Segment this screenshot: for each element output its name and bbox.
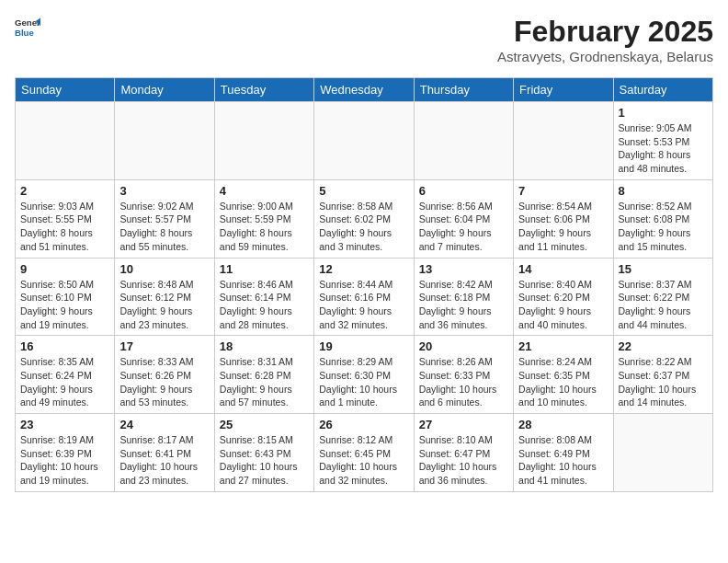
day-cell: 22Sunrise: 8:22 AM Sunset: 6:37 PM Dayli…	[613, 336, 712, 414]
day-cell: 9Sunrise: 8:50 AM Sunset: 6:10 PM Daylig…	[16, 258, 115, 336]
day-cell: 2Sunrise: 9:03 AM Sunset: 5:55 PM Daylig…	[16, 179, 115, 258]
day-info: Sunrise: 9:00 AM Sunset: 5:59 PM Dayligh…	[220, 200, 309, 254]
day-info: Sunrise: 8:48 AM Sunset: 6:12 PM Dayligh…	[119, 278, 209, 332]
day-info: Sunrise: 8:08 AM Sunset: 6:49 PM Dayligh…	[518, 433, 608, 488]
day-info: Sunrise: 8:46 AM Sunset: 6:14 PM Dayligh…	[220, 278, 309, 332]
week-row-5: 23Sunrise: 8:19 AM Sunset: 6:39 PM Dayli…	[16, 414, 713, 492]
day-number: 2	[20, 184, 109, 198]
day-cell: 16Sunrise: 8:35 AM Sunset: 6:24 PM Dayli…	[16, 336, 115, 414]
day-number: 16	[20, 339, 109, 353]
day-number: 8	[619, 184, 708, 198]
day-cell: 6Sunrise: 8:56 AM Sunset: 6:04 PM Daylig…	[414, 179, 513, 258]
day-number: 15	[619, 262, 708, 276]
header-wednesday: Wednesday	[314, 78, 414, 102]
day-number: 14	[518, 262, 608, 276]
day-number: 6	[419, 184, 508, 198]
day-cell: 17Sunrise: 8:33 AM Sunset: 6:26 PM Dayli…	[115, 336, 214, 414]
day-info: Sunrise: 8:26 AM Sunset: 6:33 PM Dayligh…	[419, 355, 508, 409]
logo: General Blue	[15, 15, 44, 40]
day-number: 26	[319, 418, 408, 431]
day-info: Sunrise: 8:24 AM Sunset: 6:35 PM Dayligh…	[518, 355, 608, 409]
day-cell: 13Sunrise: 8:42 AM Sunset: 6:18 PM Dayli…	[414, 258, 513, 336]
day-cell	[16, 102, 115, 180]
svg-text:General: General	[15, 17, 40, 28]
day-number: 9	[20, 262, 109, 276]
day-info: Sunrise: 8:37 AM Sunset: 6:22 PM Dayligh…	[619, 278, 708, 332]
day-number: 22	[619, 339, 708, 353]
day-info: Sunrise: 8:22 AM Sunset: 6:37 PM Dayligh…	[619, 355, 708, 409]
day-cell: 5Sunrise: 8:58 AM Sunset: 6:02 PM Daylig…	[314, 179, 414, 258]
day-info: Sunrise: 8:54 AM Sunset: 6:06 PM Dayligh…	[518, 200, 608, 254]
day-number: 28	[518, 418, 608, 431]
day-cell	[514, 102, 613, 180]
day-cell	[414, 102, 513, 180]
title-section: February 2025 Astravyets, Grodnenskaya, …	[497, 15, 713, 64]
day-number: 27	[419, 418, 508, 431]
day-info: Sunrise: 8:15 AM Sunset: 6:43 PM Dayligh…	[220, 433, 309, 488]
day-cell: 15Sunrise: 8:37 AM Sunset: 6:22 PM Dayli…	[613, 258, 712, 336]
day-number: 4	[220, 184, 309, 198]
day-number: 24	[119, 418, 209, 431]
day-cell	[115, 102, 214, 180]
day-cell: 14Sunrise: 8:40 AM Sunset: 6:20 PM Dayli…	[514, 258, 613, 336]
day-cell: 10Sunrise: 8:48 AM Sunset: 6:12 PM Dayli…	[115, 258, 214, 336]
day-number: 7	[518, 184, 608, 198]
day-number: 23	[20, 418, 109, 431]
day-number: 1	[619, 106, 708, 120]
day-info: Sunrise: 8:19 AM Sunset: 6:39 PM Dayligh…	[20, 433, 109, 488]
day-info: Sunrise: 9:05 AM Sunset: 5:53 PM Dayligh…	[619, 121, 708, 176]
day-number: 3	[119, 184, 209, 198]
header-monday: Monday	[115, 78, 214, 102]
day-info: Sunrise: 8:33 AM Sunset: 6:26 PM Dayligh…	[119, 355, 209, 409]
week-row-1: 1Sunrise: 9:05 AM Sunset: 5:53 PM Daylig…	[16, 102, 713, 180]
day-number: 25	[220, 418, 309, 431]
day-number: 18	[220, 339, 309, 353]
day-cell: 21Sunrise: 8:24 AM Sunset: 6:35 PM Dayli…	[514, 336, 613, 414]
day-cell: 4Sunrise: 9:00 AM Sunset: 5:59 PM Daylig…	[214, 179, 313, 258]
calendar-table: Sunday Monday Tuesday Wednesday Thursday…	[15, 77, 713, 492]
day-cell: 20Sunrise: 8:26 AM Sunset: 6:33 PM Dayli…	[414, 336, 513, 414]
week-row-4: 16Sunrise: 8:35 AM Sunset: 6:24 PM Dayli…	[16, 336, 713, 414]
day-number: 21	[518, 339, 608, 353]
day-cell: 19Sunrise: 8:29 AM Sunset: 6:30 PM Dayli…	[314, 336, 414, 414]
day-number: 5	[319, 184, 408, 198]
day-info: Sunrise: 8:12 AM Sunset: 6:45 PM Dayligh…	[319, 433, 408, 488]
day-info: Sunrise: 8:44 AM Sunset: 6:16 PM Dayligh…	[319, 278, 408, 332]
day-cell: 7Sunrise: 8:54 AM Sunset: 6:06 PM Daylig…	[514, 179, 613, 258]
day-info: Sunrise: 9:03 AM Sunset: 5:55 PM Dayligh…	[20, 200, 109, 254]
day-info: Sunrise: 8:17 AM Sunset: 6:41 PM Dayligh…	[119, 433, 209, 488]
header-tuesday: Tuesday	[214, 78, 313, 102]
day-number: 17	[119, 339, 209, 353]
day-number: 11	[220, 262, 309, 276]
svg-text:Blue: Blue	[15, 28, 34, 38]
day-info: Sunrise: 9:02 AM Sunset: 5:57 PM Dayligh…	[119, 200, 209, 254]
day-number: 10	[119, 262, 209, 276]
day-info: Sunrise: 8:40 AM Sunset: 6:20 PM Dayligh…	[518, 278, 608, 332]
header-saturday: Saturday	[613, 78, 712, 102]
day-cell	[314, 102, 414, 180]
day-cell: 25Sunrise: 8:15 AM Sunset: 6:43 PM Dayli…	[214, 414, 313, 492]
calendar-subtitle: Astravyets, Grodnenskaya, Belarus	[497, 49, 713, 64]
header-sunday: Sunday	[16, 78, 115, 102]
header-row: Sunday Monday Tuesday Wednesday Thursday…	[16, 78, 713, 102]
day-cell: 1Sunrise: 9:05 AM Sunset: 5:53 PM Daylig…	[613, 102, 712, 180]
day-info: Sunrise: 8:31 AM Sunset: 6:28 PM Dayligh…	[220, 355, 309, 409]
day-info: Sunrise: 8:58 AM Sunset: 6:02 PM Dayligh…	[319, 200, 408, 254]
week-row-3: 9Sunrise: 8:50 AM Sunset: 6:10 PM Daylig…	[16, 258, 713, 336]
day-info: Sunrise: 8:50 AM Sunset: 6:10 PM Dayligh…	[20, 278, 109, 332]
day-info: Sunrise: 8:56 AM Sunset: 6:04 PM Dayligh…	[419, 200, 508, 254]
day-cell: 12Sunrise: 8:44 AM Sunset: 6:16 PM Dayli…	[314, 258, 414, 336]
day-info: Sunrise: 8:35 AM Sunset: 6:24 PM Dayligh…	[20, 355, 109, 409]
day-cell	[613, 414, 712, 492]
day-cell: 24Sunrise: 8:17 AM Sunset: 6:41 PM Dayli…	[115, 414, 214, 492]
week-row-2: 2Sunrise: 9:03 AM Sunset: 5:55 PM Daylig…	[16, 179, 713, 258]
day-info: Sunrise: 8:29 AM Sunset: 6:30 PM Dayligh…	[319, 355, 408, 409]
day-number: 13	[419, 262, 508, 276]
day-number: 19	[319, 339, 408, 353]
day-cell: 8Sunrise: 8:52 AM Sunset: 6:08 PM Daylig…	[613, 179, 712, 258]
day-info: Sunrise: 8:10 AM Sunset: 6:47 PM Dayligh…	[419, 433, 508, 488]
day-cell: 18Sunrise: 8:31 AM Sunset: 6:28 PM Dayli…	[214, 336, 313, 414]
day-info: Sunrise: 8:52 AM Sunset: 6:08 PM Dayligh…	[619, 200, 708, 254]
day-number: 12	[319, 262, 408, 276]
day-number: 20	[419, 339, 508, 353]
